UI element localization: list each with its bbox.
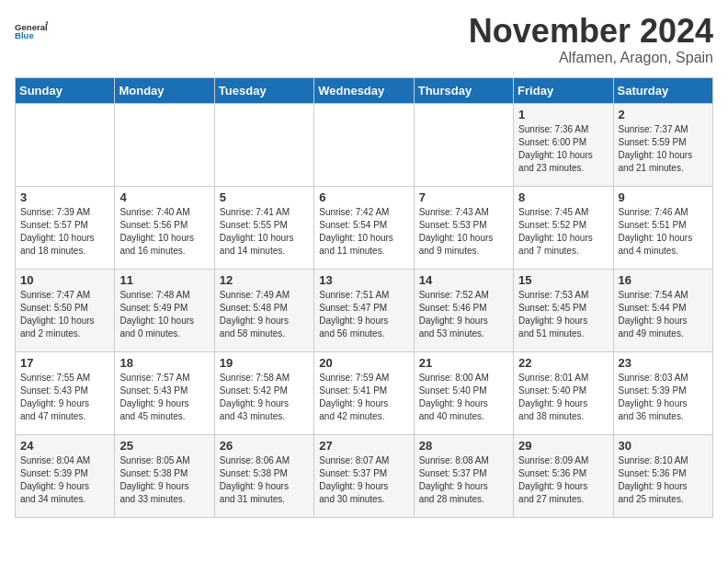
day-number: 4	[119, 190, 209, 204]
calendar-cell: 27Sunrise: 8:07 AM Sunset: 5:37 PM Dayli…	[314, 435, 414, 518]
calendar-cell: 7Sunrise: 7:43 AM Sunset: 5:53 PM Daylig…	[414, 187, 513, 270]
calendar-cell: 16Sunrise: 7:54 AM Sunset: 5:44 PM Dayli…	[613, 270, 712, 352]
calendar-cell: 24Sunrise: 8:04 AM Sunset: 5:39 PM Dayli…	[16, 435, 115, 518]
day-info: Sunrise: 8:00 AM Sunset: 5:40 PM Dayligh…	[419, 372, 508, 423]
calendar-cell	[314, 104, 414, 187]
calendar-cell: 19Sunrise: 7:58 AM Sunset: 5:42 PM Dayli…	[214, 352, 313, 435]
day-number: 16	[619, 273, 708, 287]
day-number: 30	[619, 439, 708, 453]
day-number: 24	[20, 439, 109, 453]
day-number: 6	[319, 190, 408, 204]
calendar-cell	[214, 104, 313, 187]
day-number: 17	[20, 356, 109, 370]
day-number: 20	[319, 356, 408, 370]
day-info: Sunrise: 7:55 AM Sunset: 5:43 PM Dayligh…	[20, 372, 109, 423]
month-title: November 2024	[469, 15, 713, 48]
day-number: 14	[419, 273, 508, 287]
day-number: 28	[419, 439, 508, 453]
calendar-cell	[16, 104, 115, 187]
day-number: 19	[220, 356, 309, 370]
day-info: Sunrise: 8:04 AM Sunset: 5:39 PM Dayligh…	[20, 454, 109, 506]
calendar-cell: 2Sunrise: 7:37 AM Sunset: 5:59 PM Daylig…	[613, 104, 712, 187]
day-info: Sunrise: 8:01 AM Sunset: 5:40 PM Dayligh…	[518, 372, 608, 423]
day-info: Sunrise: 7:57 AM Sunset: 5:43 PM Dayligh…	[119, 372, 209, 423]
calendar-cell: 6Sunrise: 7:42 AM Sunset: 5:54 PM Daylig…	[314, 187, 414, 270]
calendar-week-row: 24Sunrise: 8:04 AM Sunset: 5:39 PM Dayli…	[16, 435, 713, 518]
day-info: Sunrise: 7:42 AM Sunset: 5:54 PM Dayligh…	[319, 206, 408, 258]
calendar-cell: 15Sunrise: 7:53 AM Sunset: 5:45 PM Dayli…	[514, 270, 613, 352]
day-info: Sunrise: 7:58 AM Sunset: 5:42 PM Dayligh…	[220, 372, 309, 423]
day-info: Sunrise: 7:36 AM Sunset: 6:00 PM Dayligh…	[518, 123, 608, 175]
day-info: Sunrise: 7:45 AM Sunset: 5:52 PM Dayligh…	[518, 206, 608, 258]
day-number: 9	[619, 190, 708, 204]
calendar-cell: 17Sunrise: 7:55 AM Sunset: 5:43 PM Dayli…	[16, 352, 115, 435]
weekday-header-row: SundayMondayTuesdayWednesdayThursdayFrid…	[16, 78, 713, 104]
calendar-table: SundayMondayTuesdayWednesdayThursdayFrid…	[15, 77, 713, 518]
day-number: 5	[220, 190, 309, 204]
day-number: 2	[619, 108, 708, 121]
calendar-week-row: 3Sunrise: 7:39 AM Sunset: 5:57 PM Daylig…	[16, 187, 713, 270]
day-info: Sunrise: 7:47 AM Sunset: 5:50 PM Dayligh…	[20, 289, 109, 340]
calendar-cell	[414, 104, 513, 187]
calendar-cell	[115, 104, 214, 187]
day-info: Sunrise: 7:54 AM Sunset: 5:44 PM Dayligh…	[619, 289, 708, 340]
day-info: Sunrise: 7:39 AM Sunset: 5:57 PM Dayligh…	[20, 206, 109, 258]
calendar-cell: 20Sunrise: 7:59 AM Sunset: 5:41 PM Dayli…	[314, 352, 414, 435]
day-number: 3	[20, 190, 109, 204]
day-info: Sunrise: 8:09 AM Sunset: 5:36 PM Dayligh…	[518, 454, 608, 506]
weekday-header: Friday	[514, 78, 613, 104]
calendar-cell: 30Sunrise: 8:10 AM Sunset: 5:36 PM Dayli…	[613, 435, 712, 518]
logo-svg: General Blue	[15, 15, 48, 48]
calendar-cell: 5Sunrise: 7:41 AM Sunset: 5:55 PM Daylig…	[214, 187, 313, 270]
weekday-header: Wednesday	[314, 78, 414, 104]
day-info: Sunrise: 8:08 AM Sunset: 5:37 PM Dayligh…	[419, 454, 508, 506]
weekday-header: Saturday	[613, 78, 712, 104]
title-area: November 2024 Alfamen, Aragon, Spain	[469, 15, 713, 66]
day-number: 10	[20, 273, 109, 287]
day-number: 8	[518, 190, 608, 204]
weekday-header: Tuesday	[214, 78, 313, 104]
day-info: Sunrise: 7:49 AM Sunset: 5:48 PM Dayligh…	[220, 289, 309, 340]
calendar-cell: 26Sunrise: 8:06 AM Sunset: 5:38 PM Dayli…	[214, 435, 313, 518]
calendar-cell: 13Sunrise: 7:51 AM Sunset: 5:47 PM Dayli…	[314, 270, 414, 352]
calendar-cell: 21Sunrise: 8:00 AM Sunset: 5:40 PM Dayli…	[414, 352, 513, 435]
day-number: 1	[518, 108, 608, 121]
day-info: Sunrise: 8:06 AM Sunset: 5:38 PM Dayligh…	[220, 454, 309, 506]
calendar-cell: 25Sunrise: 8:05 AM Sunset: 5:38 PM Dayli…	[115, 435, 214, 518]
calendar-week-row: 10Sunrise: 7:47 AM Sunset: 5:50 PM Dayli…	[16, 270, 713, 352]
calendar-cell: 8Sunrise: 7:45 AM Sunset: 5:52 PM Daylig…	[514, 187, 613, 270]
calendar-cell: 11Sunrise: 7:48 AM Sunset: 5:49 PM Dayli…	[115, 270, 214, 352]
day-info: Sunrise: 7:46 AM Sunset: 5:51 PM Dayligh…	[619, 206, 708, 258]
svg-text:Blue: Blue	[15, 30, 34, 40]
day-info: Sunrise: 7:48 AM Sunset: 5:49 PM Dayligh…	[119, 289, 209, 340]
day-number: 27	[319, 439, 408, 453]
day-number: 22	[518, 356, 608, 370]
location: Alfamen, Aragon, Spain	[469, 50, 713, 66]
day-info: Sunrise: 8:10 AM Sunset: 5:36 PM Dayligh…	[619, 454, 708, 506]
day-info: Sunrise: 7:53 AM Sunset: 5:45 PM Dayligh…	[518, 289, 608, 340]
calendar-cell: 28Sunrise: 8:08 AM Sunset: 5:37 PM Dayli…	[414, 435, 513, 518]
day-number: 21	[419, 356, 508, 370]
calendar-cell: 10Sunrise: 7:47 AM Sunset: 5:50 PM Dayli…	[16, 270, 115, 352]
day-number: 29	[518, 439, 608, 453]
day-info: Sunrise: 7:40 AM Sunset: 5:56 PM Dayligh…	[119, 206, 209, 258]
day-number: 25	[119, 439, 209, 453]
day-number: 23	[619, 356, 708, 370]
calendar-cell: 9Sunrise: 7:46 AM Sunset: 5:51 PM Daylig…	[613, 187, 712, 270]
calendar-week-row: 1Sunrise: 7:36 AM Sunset: 6:00 PM Daylig…	[16, 104, 713, 187]
calendar-cell: 3Sunrise: 7:39 AM Sunset: 5:57 PM Daylig…	[16, 187, 115, 270]
day-info: Sunrise: 8:07 AM Sunset: 5:37 PM Dayligh…	[319, 454, 408, 506]
calendar-cell: 22Sunrise: 8:01 AM Sunset: 5:40 PM Dayli…	[514, 352, 613, 435]
day-number: 11	[119, 273, 209, 287]
day-info: Sunrise: 7:52 AM Sunset: 5:46 PM Dayligh…	[419, 289, 508, 340]
calendar-cell: 23Sunrise: 8:03 AM Sunset: 5:39 PM Dayli…	[613, 352, 712, 435]
day-number: 15	[518, 273, 608, 287]
calendar-week-row: 17Sunrise: 7:55 AM Sunset: 5:43 PM Dayli…	[16, 352, 713, 435]
day-info: Sunrise: 8:05 AM Sunset: 5:38 PM Dayligh…	[119, 454, 209, 506]
calendar-cell: 1Sunrise: 7:36 AM Sunset: 6:00 PM Daylig…	[514, 104, 613, 187]
calendar-cell: 29Sunrise: 8:09 AM Sunset: 5:36 PM Dayli…	[514, 435, 613, 518]
weekday-header: Sunday	[16, 78, 115, 104]
day-info: Sunrise: 7:51 AM Sunset: 5:47 PM Dayligh…	[319, 289, 408, 340]
day-number: 26	[220, 439, 309, 453]
day-number: 13	[319, 273, 408, 287]
